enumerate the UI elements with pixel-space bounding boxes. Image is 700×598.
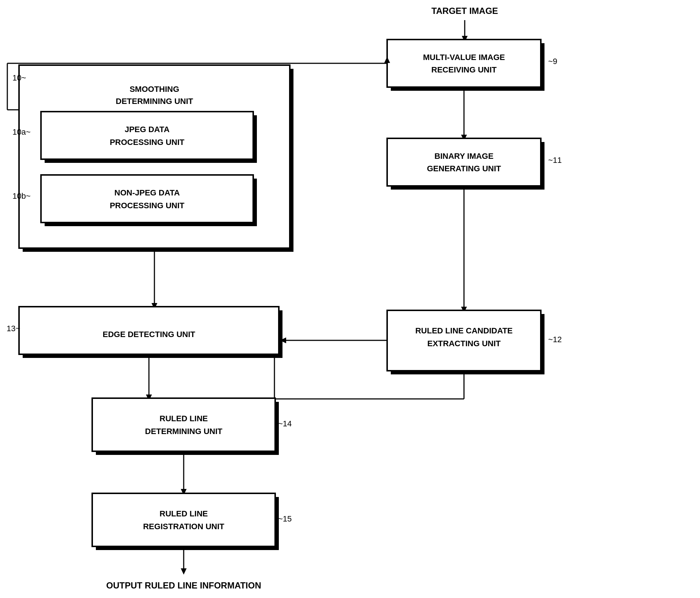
ref-10b: 10b~ xyxy=(12,191,31,201)
svg-rect-15 xyxy=(387,138,541,186)
ruled-registration-label1: RULED LINE xyxy=(160,509,208,518)
ref-13: 13~ xyxy=(7,324,20,333)
ref-9: ~9 xyxy=(548,57,557,66)
ruled-candidate-label1: RULED LINE CANDIDATE xyxy=(415,326,513,335)
svg-rect-11 xyxy=(41,175,253,223)
diagram-container: TARGET IMAGE MULTI-VALUE IMAGE RECEIVING… xyxy=(0,0,700,598)
svg-rect-35 xyxy=(92,493,275,546)
ref-10a: 10a~ xyxy=(12,127,31,137)
multi-value-label1: MULTI-VALUE IMAGE xyxy=(423,53,505,62)
ref-11: ~11 xyxy=(548,156,562,165)
jpeg-label2: PROCESSING UNIT xyxy=(110,138,185,147)
non-jpeg-label1: NON-JPEG DATA xyxy=(115,188,180,197)
non-jpeg-label2: PROCESSING UNIT xyxy=(110,201,185,210)
ref-12: ~12 xyxy=(548,335,562,344)
output-label: OUTPUT RULED LINE INFORMATION xyxy=(106,580,261,590)
ref-15: ~15 xyxy=(278,514,292,523)
smoothing-label1: SMOOTHING xyxy=(130,85,179,94)
ref-10: 10~ xyxy=(12,73,26,82)
target-image-label: TARGET IMAGE xyxy=(431,6,498,16)
ruled-determining-label1: RULED LINE xyxy=(160,414,208,423)
binary-label1: BINARY IMAGE xyxy=(434,152,493,161)
multi-value-label2: RECEIVING UNIT xyxy=(431,65,497,74)
edge-detecting-label: EDGE DETECTING UNIT xyxy=(102,330,195,339)
svg-rect-31 xyxy=(92,398,275,451)
jpeg-label1: JPEG DATA xyxy=(125,125,170,134)
ref-14: ~14 xyxy=(278,419,292,428)
ruled-candidate-label2: EXTRACTING UNIT xyxy=(427,339,501,348)
svg-marker-37 xyxy=(181,568,187,575)
svg-rect-3 xyxy=(387,40,541,87)
svg-rect-9 xyxy=(41,112,253,159)
ruled-determining-label2: DETERMINING UNIT xyxy=(145,427,222,436)
smoothing-label2: DETERMINING UNIT xyxy=(116,97,193,106)
ruled-registration-label2: REGISTRATION UNIT xyxy=(143,522,225,531)
binary-label2: GENERATING UNIT xyxy=(427,164,501,173)
